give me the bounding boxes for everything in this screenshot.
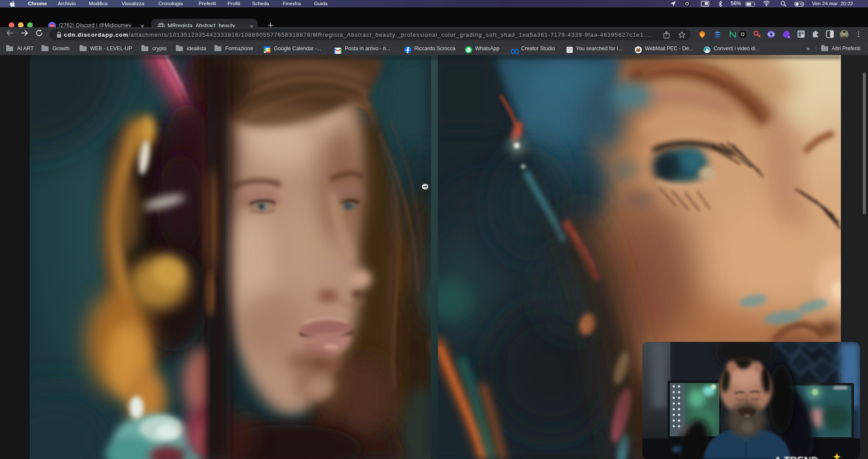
svg-text:5: 5 bbox=[788, 35, 790, 38]
svg-text:31: 31 bbox=[266, 49, 269, 52]
svg-text:A TREND: A TREND bbox=[773, 455, 818, 459]
